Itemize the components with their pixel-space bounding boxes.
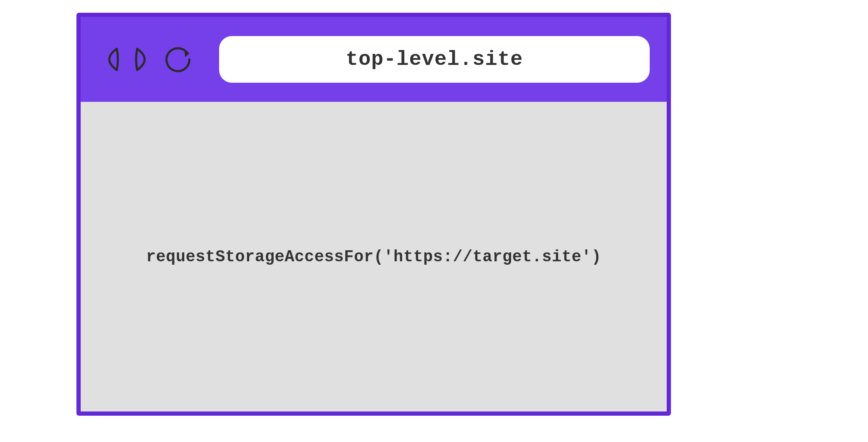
browser-chrome: top-level.site — [81, 17, 667, 102]
browser-content: requestStorageAccessFor('https://target.… — [81, 102, 667, 411]
code-snippet: requestStorageAccessFor('https://target.… — [146, 248, 601, 266]
address-text: top-level.site — [346, 48, 523, 71]
back-icon[interactable] — [98, 45, 123, 74]
nav-icons — [98, 45, 194, 74]
reload-icon[interactable] — [164, 45, 194, 74]
browser-window: top-level.site requestStorageAccessFor('… — [76, 13, 671, 416]
forward-icon[interactable] — [131, 45, 156, 74]
address-bar[interactable]: top-level.site — [219, 36, 650, 83]
